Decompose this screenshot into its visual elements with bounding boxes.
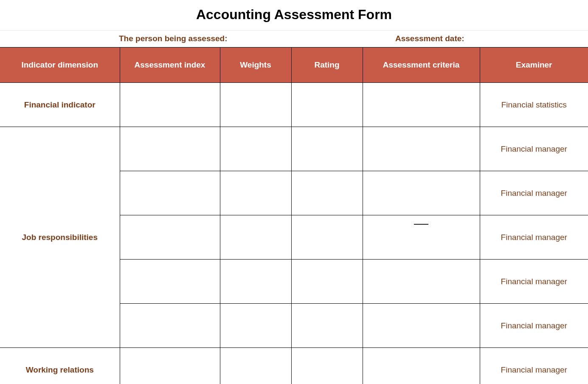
header-weights: Weights [220, 48, 291, 83]
dimension-cell: Working relations [0, 348, 120, 384]
examiner-cell: Financial manager [480, 260, 588, 304]
dimension-cell: Job responsibilities [0, 127, 120, 348]
criteria-cell [363, 215, 480, 260]
index-cell [120, 260, 220, 304]
header-criteria: Assessment criteria [363, 48, 480, 83]
rating-cell [291, 260, 363, 304]
weights-cell [220, 348, 291, 384]
index-cell [120, 348, 220, 384]
examiner-cell: Financial manager [480, 215, 588, 260]
header-rating: Rating [291, 48, 363, 83]
weights-cell [220, 83, 291, 127]
header-index: Assessment index [120, 48, 220, 83]
index-cell [120, 83, 220, 127]
assessment-date-label: Assessment date: [353, 34, 588, 43]
index-cell [120, 171, 220, 215]
criteria-cell [363, 171, 480, 215]
examiner-cell: Financial manager [480, 127, 588, 171]
rating-cell [291, 304, 363, 348]
examiner-cell: Financial manager [480, 304, 588, 348]
criteria-cell [363, 83, 480, 127]
assessed-person-label: The person being assessed: [0, 34, 353, 43]
dimension-cell: Financial indicator [0, 83, 120, 127]
table-row: Financial indicatorFinancial statistics [0, 83, 588, 127]
rating-cell [291, 127, 363, 171]
table-row: Job responsibilitiesFinancial manager [0, 127, 588, 171]
rating-cell [291, 215, 363, 260]
page-title: Accounting Assessment Form [0, 0, 588, 30]
header-dimension: Indicator dimension [0, 48, 120, 83]
weights-cell [220, 171, 291, 215]
index-cell [120, 127, 220, 171]
weights-cell [220, 304, 291, 348]
index-cell [120, 304, 220, 348]
meta-row: The person being assessed: Assessment da… [0, 30, 588, 47]
table-row: Working relationsFinancial manager [0, 348, 588, 384]
index-cell [120, 215, 220, 260]
criteria-cell [363, 260, 480, 304]
weights-cell [220, 127, 291, 171]
criteria-cell [363, 127, 480, 171]
header-examiner: Examiner [480, 48, 588, 83]
examiner-cell: Financial statistics [480, 83, 588, 127]
rating-cell [291, 348, 363, 384]
rating-cell [291, 83, 363, 127]
examiner-cell: Financial manager [480, 348, 588, 384]
rating-cell [291, 171, 363, 215]
dash-icon [414, 224, 428, 225]
assessment-table: Indicator dimension Assessment index Wei… [0, 47, 588, 384]
criteria-cell [363, 348, 480, 384]
examiner-cell: Financial manager [480, 171, 588, 215]
criteria-cell [363, 304, 480, 348]
weights-cell [220, 215, 291, 260]
weights-cell [220, 260, 291, 304]
